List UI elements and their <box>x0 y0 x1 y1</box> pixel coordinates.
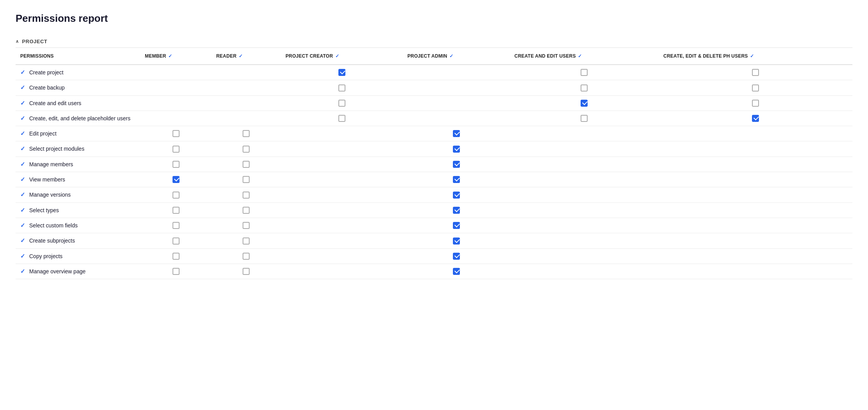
permission-name: Create backup <box>29 84 65 91</box>
checkbox[interactable] <box>453 176 460 183</box>
checkbox[interactable] <box>453 207 460 214</box>
permission-name: View members <box>29 176 65 183</box>
checkbox[interactable] <box>581 100 588 107</box>
checkbox[interactable] <box>453 192 460 199</box>
permission-name: Create and edit users <box>29 100 81 106</box>
col-header-permissions: PERMISSIONS <box>16 48 140 65</box>
checkbox[interactable] <box>453 161 460 168</box>
checkbox[interactable] <box>243 207 250 214</box>
checkbox[interactable] <box>453 238 460 245</box>
permission-cell: ✓Select custom fields <box>16 218 140 233</box>
col-check-icon: ✓ <box>334 53 339 59</box>
checkbox[interactable] <box>243 268 250 275</box>
checkbox[interactable] <box>453 146 460 153</box>
table-row: ✓Select types <box>16 202 852 218</box>
checkbox[interactable] <box>338 115 345 122</box>
col-header-create_edit_delete_ph: CREATE, EDIT & DELETE PH USERS ✓ <box>659 48 852 65</box>
checkbox[interactable] <box>173 222 180 229</box>
checkbox[interactable] <box>243 222 250 229</box>
table-row: ✓Create backup <box>16 80 852 95</box>
checkbox-cell-create_edit_delete_ph <box>659 264 852 279</box>
checkbox[interactable] <box>243 146 250 153</box>
table-row: ✓View members <box>16 172 852 187</box>
permission-cell: ✓Create, edit, and delete placeholder us… <box>16 111 140 126</box>
checkbox-cell-member <box>140 187 211 202</box>
checkbox-cell-reader <box>211 187 281 202</box>
checkbox-cell-reader <box>211 264 281 279</box>
checkbox[interactable] <box>243 192 250 199</box>
table-row: ✓Create, edit, and delete placeholder us… <box>16 111 852 126</box>
checkbox-cell-member <box>140 157 211 172</box>
permission-name: Create, edit, and delete placeholder use… <box>29 115 130 121</box>
checkbox[interactable] <box>453 222 460 229</box>
checkbox-cell-member <box>140 65 211 80</box>
checkbox-cell-project_creator <box>281 172 403 187</box>
checkbox-cell-create_edit_users <box>510 141 659 157</box>
checkbox[interactable] <box>752 100 759 107</box>
checkbox-cell-project_creator <box>281 141 403 157</box>
checkbox-cell-create_edit_delete_ph <box>659 126 852 141</box>
checkbox-cell-create_edit_users <box>510 264 659 279</box>
table-row: ✓Create project <box>16 65 852 80</box>
checkbox[interactable] <box>243 176 250 183</box>
checkbox[interactable] <box>173 176 180 183</box>
checkbox-cell-reader <box>211 172 281 187</box>
permission-check-icon: ✓ <box>20 222 25 229</box>
checkbox[interactable] <box>173 192 180 199</box>
checkbox-cell-create_edit_users <box>510 157 659 172</box>
permission-name: Create subprojects <box>29 238 75 244</box>
col-header-create_edit_users: CREATE AND EDIT USERS ✓ <box>510 48 659 65</box>
checkbox-cell-create_edit_delete_ph <box>659 172 852 187</box>
checkbox-cell-reader <box>211 218 281 233</box>
checkbox-cell-create_edit_delete_ph <box>659 80 852 95</box>
checkbox-cell-create_edit_delete_ph <box>659 65 852 80</box>
checkbox[interactable] <box>752 84 759 92</box>
checkbox[interactable] <box>243 161 250 168</box>
col-check-icon: ✓ <box>448 53 453 59</box>
checkbox[interactable] <box>173 253 180 260</box>
table-row: ✓Edit project <box>16 126 852 141</box>
checkbox-cell-member <box>140 248 211 264</box>
checkbox[interactable] <box>173 207 180 214</box>
permission-check-icon: ✓ <box>20 100 25 107</box>
checkbox[interactable] <box>453 130 460 137</box>
checkbox[interactable] <box>173 146 180 153</box>
checkbox-cell-create_edit_users <box>510 187 659 202</box>
checkbox-cell-member <box>140 218 211 233</box>
col-check-icon: ✓ <box>577 53 582 59</box>
checkbox[interactable] <box>338 69 345 76</box>
checkbox-cell-project_admin <box>403 65 510 80</box>
checkbox[interactable] <box>173 161 180 168</box>
checkbox[interactable] <box>243 238 250 245</box>
checkbox-cell-project_admin <box>403 172 510 187</box>
checkbox-cell-project_creator <box>281 111 403 126</box>
checkbox[interactable] <box>338 84 345 92</box>
checkbox-cell-reader <box>211 202 281 218</box>
section-header[interactable]: ∧ PROJECT <box>16 35 852 48</box>
permission-check-icon: ✓ <box>20 237 25 244</box>
permission-check-icon: ✓ <box>20 69 25 76</box>
checkbox-cell-project_creator <box>281 65 403 80</box>
checkbox-cell-member <box>140 111 211 126</box>
checkbox[interactable] <box>581 69 588 76</box>
checkbox[interactable] <box>243 130 250 137</box>
checkbox-cell-reader <box>211 80 281 95</box>
checkbox[interactable] <box>453 253 460 260</box>
checkbox[interactable] <box>752 115 759 122</box>
checkbox[interactable] <box>752 69 759 76</box>
table-row: ✓Create and edit users <box>16 95 852 111</box>
checkbox[interactable] <box>173 238 180 245</box>
permission-check-icon: ✓ <box>20 191 25 198</box>
checkbox-cell-project_admin <box>403 218 510 233</box>
checkbox[interactable] <box>453 268 460 275</box>
permission-cell: ✓View members <box>16 172 140 187</box>
checkbox[interactable] <box>338 100 345 107</box>
checkbox[interactable] <box>581 115 588 122</box>
checkbox[interactable] <box>173 130 180 137</box>
checkbox[interactable] <box>173 268 180 275</box>
checkbox[interactable] <box>581 84 588 92</box>
checkbox[interactable] <box>243 253 250 260</box>
checkbox-cell-project_creator <box>281 126 403 141</box>
permission-name: Manage members <box>29 161 73 167</box>
col-check-icon: ✓ <box>749 53 754 59</box>
